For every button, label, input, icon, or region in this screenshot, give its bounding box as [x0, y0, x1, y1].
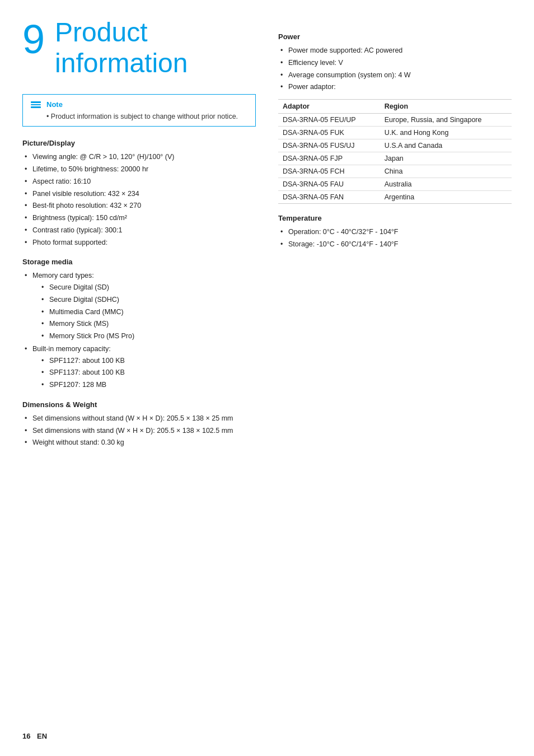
table-row: DSA-3RNA-05 FANArgentina — [278, 191, 512, 204]
list-item: Set dimensions without stand (W × H × D)… — [22, 413, 256, 424]
table-cell: U.K. and Hong Kong — [380, 127, 512, 139]
table-cell: DSA-3RNA-05 FCH — [278, 165, 380, 178]
dimensions-list: Set dimensions without stand (W × H × D)… — [22, 413, 256, 448]
table-cell: Europe, Russia, and Singapore — [380, 114, 512, 127]
list-item: Average consumption (system on): 4 W — [278, 70, 512, 81]
list-item: Power adaptor: — [278, 82, 512, 92]
list-item: Built-in memory capacity: SPF1127: about… — [22, 344, 256, 390]
page-footer: 16 EN — [22, 732, 47, 740]
note-box: Note • Product information is subject to… — [22, 94, 256, 127]
list-item: Memory Stick (MS) — [32, 319, 256, 329]
list-item: Set dimensions with stand (W × H × D): 2… — [22, 426, 256, 436]
list-item: Power mode supported: AC powered — [278, 45, 512, 56]
table-cell: DSA-3RNA-05 FAU — [278, 178, 380, 191]
list-item: Operation: 0°C - 40°C/32°F - 104°F — [278, 227, 512, 237]
temperature-list: Operation: 0°C - 40°C/32°F - 104°F Stora… — [278, 227, 512, 250]
storage-media-header: Storage media — [22, 258, 256, 266]
table-cell: DSA-3RNA-05 FAN — [278, 191, 380, 204]
table-cell: Argentina — [380, 191, 512, 204]
list-item: Memory Stick Pro (MS Pro) — [32, 331, 256, 342]
list-item: Efficiency level: V — [278, 58, 512, 68]
table-row: DSA-3RNA-05 FAUAustralia — [278, 178, 512, 191]
list-item: Panel visible resolution: 432 × 234 — [22, 189, 256, 199]
storage-media-list: Memory card types: Secure Digital (SD) S… — [22, 270, 256, 390]
table-cell: China — [380, 165, 512, 178]
list-item: Viewing angle: @ C/R > 10, 120° (H)/100°… — [22, 152, 256, 162]
list-item: Lifetime, to 50% brightness: 20000 hr — [22, 164, 256, 175]
table-cell: DSA-3RNA-05 FEU/UP — [278, 114, 380, 127]
list-item: Weight without stand: 0.30 kg — [22, 437, 256, 448]
table-row: DSA-3RNA-05 FUKU.K. and Hong Kong — [278, 127, 512, 139]
adaptor-table: Adaptor Region DSA-3RNA-05 FEU/UPEurope,… — [278, 99, 512, 204]
list-item: Secure Digital (SDHC) — [32, 295, 256, 305]
power-list: Power mode supported: AC powered Efficie… — [278, 45, 512, 92]
page-number: 16 — [22, 732, 30, 740]
table-row: DSA-3RNA-05 FUS/UJU.S.A and Canada — [278, 139, 512, 152]
list-item: SPF1127: about 100 KB — [32, 356, 256, 366]
table-cell: DSA-3RNA-05 FJP — [278, 152, 380, 165]
chapter-title-text: Product information — [55, 17, 188, 78]
list-item: Memory card types: Secure Digital (SD) S… — [22, 270, 256, 342]
table-row: DSA-3RNA-05 FCHChina — [278, 165, 512, 178]
list-item: SPF1207: 128 MB — [32, 380, 256, 390]
list-item: SPF1137: about 100 KB — [32, 367, 256, 378]
list-item: Best-fit photo resolution: 432 × 270 — [22, 200, 256, 211]
dimensions-header: Dimensions & Weight — [22, 400, 256, 409]
chapter-title: 9 Product information — [22, 17, 256, 78]
power-header: Power — [278, 32, 512, 41]
temperature-header: Temperature — [278, 214, 512, 222]
table-row: DSA-3RNA-05 FJPJapan — [278, 152, 512, 165]
table-cell: U.S.A and Canada — [380, 139, 512, 152]
list-item: Contrast ratio (typical): 300:1 — [22, 225, 256, 236]
list-item: Brightness (typical): 150 cd/m² — [22, 213, 256, 223]
table-cell: Japan — [380, 152, 512, 165]
chapter-number: 9 — [22, 19, 45, 59]
adaptor-col-header: Adaptor — [278, 100, 380, 114]
note-content: Note • Product information is subject to… — [46, 100, 238, 120]
list-item: Storage: -10°C - 60°C/14°F - 140°F — [278, 239, 512, 250]
list-item: Photo format supported: — [22, 237, 256, 248]
table-cell: DSA-3RNA-05 FUS/UJ — [278, 139, 380, 152]
list-item: Secure Digital (SD) — [32, 282, 256, 293]
table-cell: Australia — [380, 178, 512, 191]
list-item: Aspect ratio: 16:10 — [22, 176, 256, 187]
note-icon — [31, 101, 41, 108]
table-row: DSA-3RNA-05 FEU/UPEurope, Russia, and Si… — [278, 114, 512, 127]
language-code: EN — [37, 732, 47, 740]
region-col-header: Region — [380, 100, 512, 114]
table-cell: DSA-3RNA-05 FUK — [278, 127, 380, 139]
picture-display-header: Picture/Display — [22, 139, 256, 147]
list-item: Multimedia Card (MMC) — [32, 307, 256, 318]
picture-display-list: Viewing angle: @ C/R > 10, 120° (H)/100°… — [22, 152, 256, 248]
